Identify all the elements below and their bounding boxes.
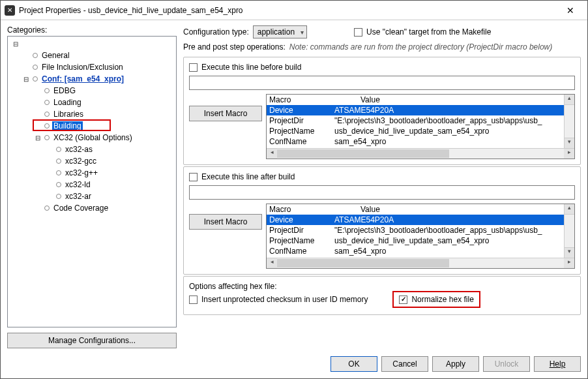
tree-item-xc32-ar[interactable]: xc32-ar — [8, 190, 176, 202]
close-button[interactable]: ✕ — [557, 5, 583, 16]
exec-after-checkbox[interactable] — [189, 173, 198, 181]
scrollbar-vertical[interactable]: ▴▾ — [564, 204, 574, 258]
macro-table-before[interactable]: MacroValue DeviceATSAME54P20A ProjectDir… — [266, 94, 575, 159]
before-build-group: Execute this line before build Insert Ma… — [183, 57, 581, 165]
apply-button[interactable]: Apply — [432, 356, 479, 372]
tree-item-xc32-as[interactable]: xc32-as — [8, 144, 176, 155]
macro-row-projectdir[interactable]: ProjectDir"E:\projects\h3_bootloader\boo… — [267, 115, 574, 126]
after-build-group: Execute this line after build Insert Mac… — [183, 166, 581, 275]
tree-item-building[interactable]: Building — [8, 120, 176, 132]
exec-after-label: Execute this line after build — [201, 172, 295, 181]
tree-item-edbg[interactable]: EDBG — [8, 85, 176, 97]
scrollbar-horizontal[interactable]: ◂▸ — [267, 258, 574, 268]
scrollbar-vertical[interactable]: ▴▾ — [564, 95, 574, 148]
ok-button[interactable]: OK — [331, 356, 377, 372]
window-title: Project Properties - usb_device_hid_live… — [19, 6, 557, 15]
use-clean-checkbox[interactable] — [354, 28, 362, 37]
prepost-note: Note: commands are run from the project … — [289, 42, 552, 52]
insert-macro-after-button[interactable]: Insert Macro — [189, 214, 262, 230]
normalize-hex-checkbox[interactable] — [399, 296, 407, 304]
tree-item-xc32-gcc[interactable]: xc32-gcc — [8, 155, 176, 167]
tree-item-libraries[interactable]: Libraries — [8, 108, 176, 120]
insert-macro-before-button[interactable]: Insert Macro — [189, 106, 262, 121]
tree-item-code-coverage[interactable]: Code Coverage — [8, 202, 176, 214]
insert-checksum-label: Insert unprotected checksum in user ID m… — [201, 295, 368, 304]
col-value-2: Value — [360, 205, 380, 214]
tree-item-xc32[interactable]: ⊟XC32 (Global Options) — [8, 132, 176, 144]
macro-row-projectname[interactable]: ProjectNameusb_device_hid_live_update_sa… — [267, 126, 574, 136]
use-clean-label: Use "clean" target from the Makefile — [366, 27, 491, 37]
tree-item-general[interactable]: General — [8, 50, 176, 61]
scrollbar-horizontal[interactable]: ◂▸ — [267, 148, 574, 159]
exec-before-label: Execute this line before build — [201, 63, 301, 72]
col-value: Value — [360, 95, 380, 104]
app-icon: ✕ — [5, 5, 15, 16]
macro-row-projectname[interactable]: ProjectNameusb_device_hid_live_update_sa… — [267, 235, 574, 246]
hex-options-label: Options affecting hex file: — [189, 282, 575, 291]
macro-table-after[interactable]: MacroValue DeviceATSAME54P20A ProjectDir… — [266, 204, 575, 269]
dialog-footer: OK Cancel Apply Unlock Help — [1, 352, 587, 378]
categories-tree[interactable]: ⊟ General File Inclusion/Exclusion ⊟Conf… — [7, 36, 177, 327]
categories-label: Categories: — [7, 25, 177, 35]
config-type-label: Configuration type: — [183, 27, 249, 37]
tree-item-xc32-ld[interactable]: xc32-ld — [8, 179, 176, 190]
tree-item-xc32-gpp[interactable]: xc32-g++ — [8, 167, 176, 179]
tree-item-loading[interactable]: Loading — [8, 97, 176, 108]
titlebar: ✕ Project Properties - usb_device_hid_li… — [1, 1, 587, 20]
macro-row-projectdir[interactable]: ProjectDir"E:\projects\h3_bootloader\boo… — [267, 225, 574, 235]
tree-item-conf[interactable]: ⊟Conf: [sam_e54_xpro] — [8, 73, 176, 85]
macro-row-confname[interactable]: ConfNamesam_e54_xpro — [267, 246, 574, 256]
col-macro-2: Macro — [269, 205, 334, 214]
insert-checksum-checkbox[interactable] — [189, 296, 198, 304]
macro-row-device[interactable]: DeviceATSAME54P20A — [267, 105, 574, 115]
tree-root-expand[interactable]: ⊟ — [8, 38, 176, 50]
col-macro: Macro — [269, 95, 334, 104]
exec-before-checkbox[interactable] — [189, 63, 198, 72]
prepost-label: Pre and post step operations: — [183, 42, 286, 52]
exec-before-input[interactable] — [189, 76, 575, 90]
help-button[interactable]: Help — [534, 356, 581, 372]
exec-after-input[interactable] — [189, 185, 575, 200]
unlock-button: Unlock — [483, 356, 530, 372]
macro-row-device[interactable]: DeviceATSAME54P20A — [267, 215, 574, 225]
config-type-select[interactable]: application — [253, 25, 307, 38]
normalize-hex-label: Normalize hex file — [411, 295, 473, 304]
hex-options-group: Options affecting hex file: Insert unpro… — [183, 276, 581, 315]
macro-row-confname[interactable]: ConfNamesam_e54_xpro — [267, 136, 574, 147]
cancel-button[interactable]: Cancel — [381, 356, 428, 372]
manage-configurations-button[interactable]: Manage Configurations... — [7, 333, 177, 348]
tree-item-file-inclusion[interactable]: File Inclusion/Exclusion — [8, 61, 176, 73]
